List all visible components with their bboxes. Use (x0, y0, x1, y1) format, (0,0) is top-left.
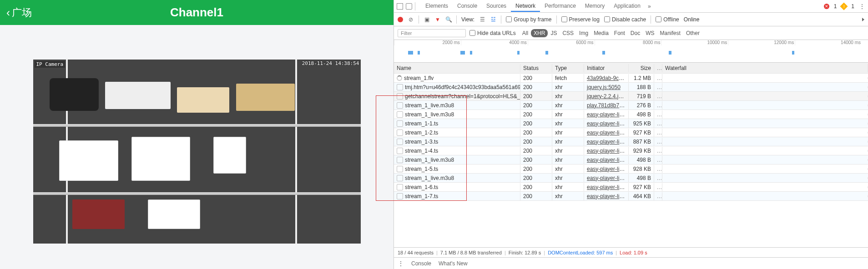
filter-type-js[interactable]: JS (548, 29, 560, 37)
offline-checkbox[interactable]: Offline (656, 16, 679, 23)
filter-type-xhr[interactable]: XHR (531, 29, 548, 37)
settings-icon[interactable]: ⋮ (859, 3, 865, 10)
tab-console[interactable]: Console (453, 1, 482, 12)
filter-type-doc[interactable]: Doc (628, 29, 643, 37)
table-row[interactable]: stream_1-6.ts200xhreasy-player-lib...927… (394, 183, 868, 192)
initiator-link[interactable]: easy-player-lib... (587, 166, 627, 172)
filter-type-img[interactable]: Img (576, 29, 591, 37)
video-player[interactable]: IP Camera 2018-11-24 14:38:54 (33, 60, 361, 244)
size-cell: 464 KB (629, 192, 654, 200)
tab-sources[interactable]: Sources (482, 1, 511, 12)
col-initiator[interactable]: Initiator (584, 64, 629, 72)
initiator-link[interactable]: jquery.js:5050 (587, 84, 621, 90)
device-toggle-icon[interactable] (406, 3, 412, 10)
status-bar: 18 / 44 requests| 7.1 MB / 8.8 MB transf… (394, 247, 868, 257)
waterfall-cell (662, 95, 868, 97)
large-rows-icon[interactable]: ☰ (479, 16, 485, 23)
preserve-log-checkbox[interactable]: Preserve log (561, 16, 600, 23)
group-by-frame-checkbox[interactable]: Group by frame (506, 16, 551, 23)
filter-type-media[interactable]: Media (591, 29, 611, 37)
dropdown-icon[interactable] (862, 18, 864, 21)
hide-data-urls-checkbox[interactable]: Hide data URLs (469, 30, 516, 36)
table-row[interactable]: stream_1-4.ts200xhreasy-player-lib...929… (394, 146, 868, 155)
initiator-link[interactable]: jquery-2.2.4.js:9... (587, 93, 629, 100)
filter-type-css[interactable]: CSS (560, 29, 576, 37)
clear-icon[interactable]: ⊘ (408, 16, 414, 23)
drawer-whatsnew-tab[interactable]: What's New (439, 260, 468, 267)
back-label: 广场 (12, 6, 32, 20)
initiator-link[interactable]: easy-player-lib... (587, 193, 627, 199)
table-row[interactable]: stream_1-7.ts200xhreasy-player-lib...464… (394, 192, 868, 201)
filter-type-manifest[interactable]: Manifest (657, 29, 683, 37)
size-cell: 719 B (629, 92, 654, 100)
file-icon (397, 102, 403, 109)
divider (456, 15, 457, 24)
inspect-icon[interactable] (397, 3, 403, 10)
initiator-link[interactable]: easy-player-lib... (587, 175, 627, 181)
tab-performance[interactable]: Performance (540, 1, 580, 12)
tab-memory[interactable]: Memory (580, 1, 609, 12)
waterfall-cell (662, 150, 868, 152)
table-row[interactable]: stream_1_live.m3u8200xhreasy-player-lib.… (394, 174, 868, 183)
col-size[interactable]: Size (629, 64, 654, 72)
table-row[interactable]: stream_1-3.ts200xhreasy-player-lib...887… (394, 137, 868, 146)
table-row[interactable]: getchannelstream?channel=1&protocol=HLS&… (394, 92, 868, 101)
table-row[interactable]: stream_1_live.m3u8200xhreasy-player-lib.… (394, 155, 868, 164)
col-name[interactable]: Name (394, 64, 520, 72)
warning-badge[interactable]: ! (840, 2, 848, 10)
waterfall-cell (662, 86, 868, 88)
record-button[interactable] (398, 17, 403, 22)
request-name: stream_1-2.ts (405, 130, 438, 136)
initiator-link[interactable]: play.781d8b7f.js:1 (587, 102, 629, 109)
request-name: stream_1-3.ts (405, 139, 438, 145)
status-cell: 200 (520, 147, 552, 155)
filter-type-all[interactable]: All (520, 29, 531, 37)
camera-icon[interactable]: ▣ (424, 16, 430, 23)
initiator-link[interactable]: easy-player-lib... (587, 111, 627, 118)
channel-title: Channel1 (170, 5, 223, 20)
drawer-menu-icon[interactable]: ⋮ (398, 260, 404, 267)
status-cell: 200 (520, 129, 552, 137)
filter-type-font[interactable]: Font (611, 29, 628, 37)
initiator-link[interactable]: easy-player-lib... (587, 139, 627, 145)
drawer-console-tab[interactable]: Console (411, 260, 431, 267)
initiator-link[interactable]: easy-player-lib... (587, 130, 627, 136)
tab-application[interactable]: Application (609, 1, 645, 12)
filter-type-ws[interactable]: WS (643, 29, 657, 37)
initiator-link[interactable]: easy-player-lib... (587, 120, 627, 127)
overflow-cell: ... (654, 83, 662, 91)
tab-elements[interactable]: Elements (421, 1, 453, 12)
table-row[interactable]: stream_1_live.m3u8200xhreasy-player-lib.… (394, 110, 868, 119)
filter-type-other[interactable]: Other (683, 29, 702, 37)
type-cell: xhr (552, 165, 584, 173)
overflow-cell: ... (654, 183, 662, 191)
col-status[interactable]: Status (520, 64, 552, 72)
throttling-select[interactable]: Online (684, 16, 700, 23)
filter-icon[interactable]: ▼ (434, 16, 441, 23)
filter-input[interactable]: Filter (398, 29, 466, 37)
col-overflow[interactable]: ... (654, 64, 662, 72)
type-cell: xhr (552, 147, 584, 155)
tab-network[interactable]: Network (511, 1, 540, 12)
divider (556, 15, 557, 24)
back-button[interactable]: ‹ 广场 (0, 6, 38, 20)
status-cell: 200 (520, 174, 552, 182)
table-row[interactable]: stream_1-2.ts200xhreasy-player-lib...927… (394, 128, 868, 137)
initiator-link[interactable]: 43a99dab-9cd6... (587, 75, 629, 81)
search-icon[interactable]: 🔍 (445, 16, 452, 23)
table-row[interactable]: stream_1_live.m3u8200xhrplay.781d8b7f.js… (394, 101, 868, 110)
table-row[interactable]: stream_1-5.ts200xhreasy-player-lib...928… (394, 164, 868, 174)
error-badge[interactable]: ✕ (824, 4, 829, 9)
table-row[interactable]: stream_1.flv200fetch43a99dab-9cd6...1.2 … (394, 74, 868, 83)
table-row[interactable]: tmj.htm?u=u46df9c4c243403c93bdaa5a561a69… (394, 83, 868, 92)
timeline-overview[interactable]: 2000 ms4000 ms6000 ms8000 ms10000 ms1200… (394, 40, 868, 63)
overview-icon[interactable]: ☳ (490, 16, 496, 23)
table-row[interactable]: stream_1-1.ts200xhreasy-player-lib...925… (394, 119, 868, 128)
initiator-link[interactable]: easy-player-lib... (587, 157, 627, 163)
disable-cache-checkbox[interactable]: Disable cache (604, 16, 646, 23)
more-tabs-icon[interactable]: » (648, 3, 651, 10)
col-type[interactable]: Type (552, 64, 584, 72)
initiator-link[interactable]: easy-player-lib... (587, 148, 627, 154)
col-waterfall[interactable]: Waterfall (662, 64, 868, 72)
initiator-link[interactable]: easy-player-lib... (587, 184, 627, 190)
